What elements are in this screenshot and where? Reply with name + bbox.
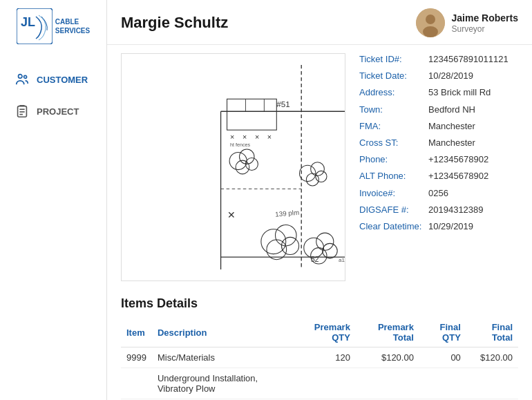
cell-final_qty: 00 [419,347,466,368]
phone-label: Phone: [359,153,428,166]
phone-value: +12345678902 [428,153,488,166]
clipboard-icon [15,104,30,119]
content-area: × × × × [107,45,532,289]
col-premark-qty: Premark QTY [294,318,356,347]
sidebar: JL CABLE SERVICES CUSTOMER PROJECT [0,0,107,400]
sketch-svg: × × × × [122,54,345,280]
people-icon [15,72,30,87]
cell-final_total: $120.00 [466,347,518,368]
table-row: Underground Installation, Vibratory Plow [121,368,518,399]
col-final-total: Final Total [466,318,518,347]
top-header: Margie Schultz Jaime Roberts Surveyor [107,0,532,45]
sidebar-item-customer-label: CUSTOMER [37,75,88,85]
user-role: Surveyor [452,24,518,34]
avatar [416,8,445,37]
svg-text:×: × [267,133,272,141]
svg-point-10 [423,26,438,37]
col-description: Description [152,318,294,347]
info-row-town: Town: Bedford NH [359,104,518,116]
ticket-date-value: 10/28/2019 [428,70,473,82]
town-value: Bedford NH [428,104,475,116]
svg-text:a1 15m: a1 15m [339,257,345,263]
svg-point-22 [229,152,247,169]
town-label: Town: [359,104,428,116]
cell-final_total [466,368,518,399]
fma-label: FMA: [359,120,428,133]
info-row-cross-st: Cross ST: Manchester [359,137,518,149]
address-value: 53 Brick mill Rd [428,86,491,99]
logo-text: CABLE SERVICES [55,17,90,35]
page-title: Margie Schultz [121,14,228,32]
items-table-body: 9999Misc/Materials120$120.0000$120.00Und… [121,347,518,399]
ticket-id-label: Ticket ID#: [359,53,428,66]
user-name: Jaime Roberts [452,12,518,24]
cell-description: Misc/Materials [152,347,294,368]
svg-text:ht fences: ht fences [230,142,250,148]
sketch-image: × × × × [121,53,345,281]
svg-point-27 [311,162,325,176]
col-item: Item [121,318,152,347]
cell-premark_qty: 120 [294,347,356,368]
alt-phone-label: ALT Phone: [359,170,428,182]
items-table: Item Description Premark QTY Premark Tot… [121,318,518,399]
info-row-address: Address: 53 Brick mill Rd [359,86,518,99]
svg-text:✕: ✕ [227,209,236,220]
sidebar-item-project[interactable]: PROJECT [0,97,106,126]
info-row-ticket-id: Ticket ID#: 1234567891011121 [359,53,518,66]
cell-premark_qty [294,368,356,399]
invoice-value: 0256 [428,187,448,200]
sidebar-item-customer[interactable]: CUSTOMER [0,65,106,94]
info-panel: Ticket ID#: 1234567891011121 Ticket Date… [359,53,518,281]
svg-rect-15 [227,99,277,130]
col-final-qty: Final QTY [419,318,466,347]
svg-point-33 [267,240,287,260]
info-row-clear-dt: Clear Datetime: 10/29/2019 [359,220,518,233]
cell-premark_total: $120.00 [356,347,419,368]
ticket-id-value: 1234567891011121 [428,53,509,66]
address-label: Address: [359,86,428,99]
svg-point-2 [19,75,23,79]
clear-dt-label: Clear Datetime: [359,220,428,233]
info-row-digsafe: DIGSAFE #: 20194312389 [359,204,518,216]
svg-text:JL: JL [21,15,35,29]
cell-premark_total [356,368,419,399]
ticket-date-label: Ticket Date: [359,70,428,82]
cross-st-value: Manchester [428,137,475,149]
svg-text:×: × [230,133,234,141]
table-header-row: Item Description Premark QTY Premark Tot… [121,318,518,347]
info-row-invoice: Invoice#: 0256 [359,187,518,200]
svg-text:139 plm: 139 plm [275,209,300,218]
cell-description: Underground Installation, Vibratory Plow [152,368,294,399]
svg-text:52: 52 [311,255,319,263]
sketch-area: × × × × [121,53,345,281]
logo-icon: JL [17,8,53,44]
svg-point-28 [316,171,327,182]
invoice-label: Invoice#: [359,187,428,200]
info-row-ticket-date: Ticket Date: 10/28/2019 [359,70,518,82]
cell-item: 9999 [121,347,152,368]
sidebar-item-project-label: PROJECT [37,106,79,117]
clear-dt-value: 10/29/2019 [428,220,473,233]
fma-value: Manchester [428,120,475,133]
user-details: Jaime Roberts Surveyor [452,12,518,34]
cross-st-label: Cross ST: [359,137,428,149]
svg-text:#51: #51 [276,99,289,108]
main-content: Margie Schultz Jaime Roberts Surveyor [107,0,532,400]
digsafe-value: 20194312389 [428,204,484,216]
table-row: 9999Misc/Materials120$120.0000$120.00 [121,347,518,368]
svg-point-3 [24,75,27,78]
info-row-fma: FMA: Manchester [359,120,518,133]
items-section: Items Details Item Description Premark Q… [107,289,532,400]
logo-area: JL CABLE SERVICES [10,8,97,44]
svg-point-9 [426,15,435,24]
items-title: Items Details [121,296,518,311]
cell-final_qty [419,368,466,399]
cell-item [121,368,152,399]
alt-phone-value: +12345678902 [428,170,488,182]
col-premark-total: Premark Total [356,318,419,347]
svg-text:×: × [255,133,259,141]
svg-text:×: × [243,133,247,141]
user-info: Jaime Roberts Surveyor [416,8,518,37]
info-row-alt-phone: ALT Phone: +12345678902 [359,170,518,182]
info-row-phone: Phone: +12345678902 [359,153,518,166]
